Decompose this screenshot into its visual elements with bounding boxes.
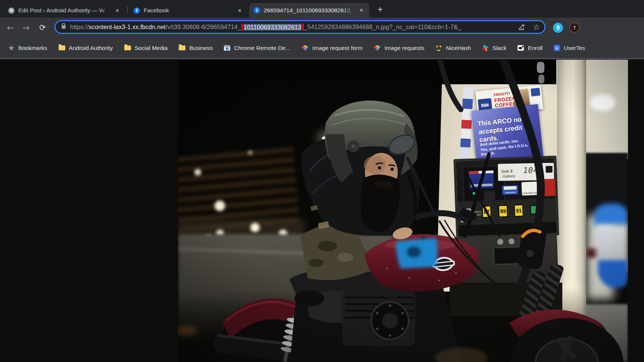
slack-icon xyxy=(482,45,488,51)
bookmark-chrome-remote-desktop[interactable]: Chrome Remote De... xyxy=(224,45,290,51)
bookmark-label: Chrome Remote De... xyxy=(234,45,290,51)
tab-title: Edit Post ‹ Android Authority — W xyxy=(18,7,110,14)
share-icon[interactable] xyxy=(518,23,526,31)
close-icon[interactable]: ✕ xyxy=(236,7,243,14)
bookmark-label: Social Media xyxy=(135,45,168,51)
lock-icon[interactable] xyxy=(62,25,66,29)
omnibox-actions: ☆ xyxy=(518,23,540,31)
profile-avatar[interactable]: T xyxy=(569,22,580,33)
photo-vignette xyxy=(178,60,628,362)
new-tab-button[interactable]: + xyxy=(375,4,386,15)
bookmark-slack[interactable]: Slack xyxy=(482,45,506,51)
bookmarks-manager[interactable]: ★ Bookmarks xyxy=(8,44,47,51)
reload-button[interactable]: ⟳ xyxy=(35,18,50,38)
tab-title: Facebook xyxy=(144,7,232,14)
photo-motorcycle-gas-station[interactable]: 99¢ FROSTY! FROZEN COFFEE This ARCO now … xyxy=(178,60,628,362)
cow-icon xyxy=(518,45,524,51)
tab-separator xyxy=(127,6,128,13)
bookmark-label: Bookmarks xyxy=(18,45,47,51)
facebook-icon: f xyxy=(254,7,260,13)
url-scheme: https:// xyxy=(70,23,89,30)
url-path-before: /v/t39.30808-6/266594714_ xyxy=(166,23,241,30)
url-host: scontent-lax3-1.xx.fbcdn.net xyxy=(89,23,166,30)
remote-desktop-icon xyxy=(224,45,230,51)
bookmark-label: Image request form xyxy=(312,45,362,51)
tab-edit-post[interactable]: Edit Post ‹ Android Authority — W ✕ xyxy=(4,3,125,18)
browser-window: Edit Post ‹ Android Authority — W ✕ f Fa… xyxy=(0,0,644,362)
folder-icon xyxy=(124,45,131,50)
nicehash-icon xyxy=(435,45,442,51)
page-content: 99¢ FROSTY! FROZEN COFFEE This ARCO now … xyxy=(0,60,644,362)
close-icon[interactable]: ✕ xyxy=(114,7,121,14)
bookmark-nicehash[interactable]: NiceHash xyxy=(435,45,471,51)
bookmark-folder-android-authority[interactable]: Android Authority xyxy=(59,45,113,51)
bookmark-label: UserTes xyxy=(564,45,585,51)
usertesting-icon: U xyxy=(554,45,560,51)
extension-icon[interactable]: 9 xyxy=(553,23,563,33)
tab-facebook[interactable]: f Facebook ✕ xyxy=(129,3,248,18)
bookmark-label: Android Authority xyxy=(69,45,113,51)
red-annotation-box: 10110069333082613 xyxy=(241,23,304,31)
airtable-icon xyxy=(301,45,309,51)
bookmark-folder-social-media[interactable]: Social Media xyxy=(124,45,168,51)
globe-icon xyxy=(8,7,15,14)
bookmark-enroll[interactable]: Enroll xyxy=(518,45,543,51)
toolbar: ← → ⟳ https://scontent-lax3-1.xx.fbcdn.n… xyxy=(0,18,644,38)
bookmark-usertesting[interactable]: U UserTes xyxy=(554,45,585,51)
tab-image-active[interactable]: f 266594714_10110069333082613_ ✕ xyxy=(249,3,369,18)
bookmark-label: Image requests xyxy=(384,45,424,51)
bookmark-label: Enroll xyxy=(528,45,543,51)
airtable-icon xyxy=(373,45,381,51)
star-icon: ★ xyxy=(8,44,15,51)
bookmark-label: Slack xyxy=(492,45,506,51)
bookmark-folder-business[interactable]: Business xyxy=(179,45,213,51)
tab-title-fade xyxy=(100,7,110,14)
bookmark-image-request-form[interactable]: Image request form xyxy=(301,45,362,51)
facebook-icon: f xyxy=(134,7,140,14)
folder-icon xyxy=(179,45,185,50)
bookmark-star-icon[interactable]: ☆ xyxy=(533,23,540,31)
back-button[interactable]: ← xyxy=(3,18,18,38)
address-bar[interactable]: https://scontent-lax3-1.xx.fbcdn.net/v/t… xyxy=(54,20,545,34)
tab-strip: Edit Post ‹ Android Authority — W ✕ f Fa… xyxy=(0,0,644,18)
bookmark-label: NiceHash xyxy=(446,45,471,51)
url-path-after: _5412592834886394688_n.jpg?_nc_cat=110&c… xyxy=(304,23,462,30)
folder-icon xyxy=(59,45,65,50)
url-selected-text: 10110069333082613 xyxy=(244,24,301,31)
tab-title-fade xyxy=(344,7,354,14)
close-icon[interactable]: ✕ xyxy=(358,7,365,14)
bookmark-image-requests[interactable]: Image requests xyxy=(373,45,424,51)
url-text[interactable]: https://scontent-lax3-1.xx.fbcdn.net/v/t… xyxy=(70,23,514,31)
bookmark-label: Business xyxy=(189,45,213,51)
tab-title: 266594714_10110069333082613_ xyxy=(264,7,354,14)
forward-button[interactable]: → xyxy=(19,18,34,38)
bookmarks-bar: ★ Bookmarks Android Authority Social Med… xyxy=(0,38,644,59)
